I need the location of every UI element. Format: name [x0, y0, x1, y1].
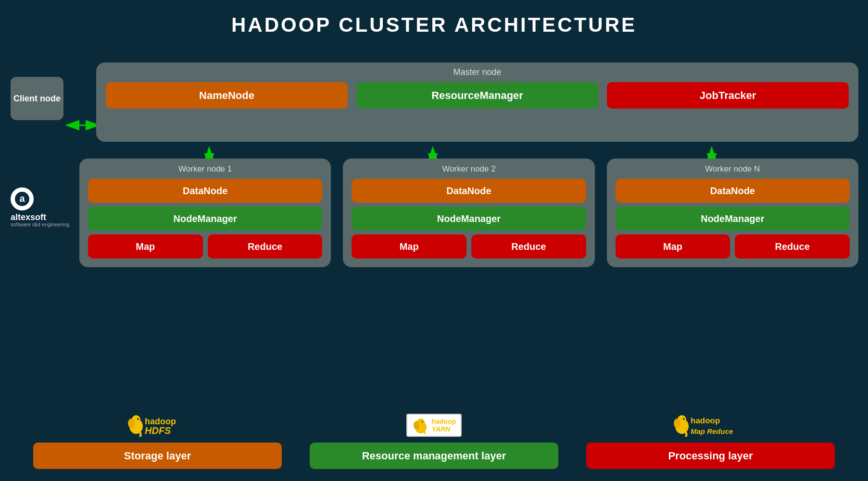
namenode-component: NameNode	[106, 82, 348, 109]
resource-management-layer-label: Resource management layer	[310, 443, 559, 469]
worker-n-map: Map	[616, 234, 730, 259]
worker-2-label: Worker node 2	[352, 164, 586, 174]
worker-2-reduce: Reduce	[471, 234, 586, 259]
worker-2-nodemanager: NodeManager	[352, 207, 586, 231]
bottom-resource-col: hadoop YARN Resource management layer	[296, 414, 572, 469]
svg-point-17	[421, 421, 423, 423]
processing-layer-label: Processing layer	[586, 443, 835, 469]
worker-1-map: Map	[88, 234, 203, 259]
worker-n-datanode: DataNode	[616, 179, 850, 203]
svg-point-11	[137, 418, 139, 420]
svg-text:HDFS: HDFS	[145, 425, 171, 436]
worker-1-reduce: Reduce	[208, 234, 323, 259]
jobtracker-component: JobTracker	[607, 82, 849, 109]
worker-node-1: Worker node 1 DataNode NodeManager Map R…	[79, 159, 331, 267]
worker-node-2: Worker node 2 DataNode NodeManager Map R…	[343, 159, 594, 267]
page-title: HADOOP CLUSTER ARCHITECTURE	[0, 0, 868, 37]
svg-text:hadoop: hadoop	[691, 416, 720, 425]
worker-1-label: Worker node 1	[88, 164, 322, 174]
worker-1-mapreduce-row: Map Reduce	[88, 234, 322, 259]
worker-1-datanode: DataNode	[88, 179, 322, 203]
altexsoft-icon: a	[11, 187, 34, 210]
svg-point-16	[414, 421, 419, 430]
worker-1-nodemanager: NodeManager	[88, 207, 322, 231]
worker-2-datanode: DataNode	[352, 179, 586, 203]
worker-n-reduce: Reduce	[735, 234, 850, 259]
master-node-label: Master node	[106, 67, 849, 77]
hadoop-yarn-logo: hadoop YARN	[406, 414, 462, 437]
hadoop-hdfs-logo: hadoop HDFS	[126, 413, 189, 437]
client-node-label: Client node	[13, 94, 61, 104]
master-node: Master node NameNode ResourceManager Job…	[96, 62, 858, 142]
worker-2-mapreduce-row: Map Reduce	[352, 234, 586, 259]
svg-text:a: a	[19, 193, 25, 204]
master-components: NameNode ResourceManager JobTracker	[106, 82, 849, 109]
client-node: Client node	[11, 77, 63, 120]
svg-point-10	[128, 419, 135, 428]
bottom-section: hadoop HDFS Storage layer	[0, 392, 868, 481]
bottom-processing-col: hadoop Map Reduce Processing layer	[572, 413, 849, 469]
resourcemanager-component: ResourceManager	[356, 82, 598, 109]
altexsoft-sub: software r&d engineering	[11, 222, 69, 227]
worker-n-nodemanager: NodeManager	[616, 207, 850, 231]
hadoop-mapreduce-logo: hadoop Map Reduce	[672, 413, 749, 437]
worker-n-mapreduce-row: Map Reduce	[616, 234, 850, 259]
svg-text:hadoop: hadoop	[145, 417, 176, 426]
worker-2-map: Map	[352, 234, 466, 259]
bottom-storage-col: hadoop HDFS Storage layer	[19, 413, 296, 469]
svg-point-21	[683, 418, 685, 420]
worker-node-n: Worker node N DataNode NodeManager Map R…	[607, 159, 858, 267]
altexsoft-name: altexsoft	[11, 212, 69, 222]
workers-row: Worker node 1 DataNode NodeManager Map R…	[79, 159, 858, 267]
svg-point-20	[674, 419, 680, 428]
svg-text:Map Reduce: Map Reduce	[691, 427, 733, 435]
storage-layer-label: Storage layer	[33, 443, 282, 469]
altexsoft-logo: a altexsoft software r&d engineering	[11, 187, 69, 227]
diagram-area: Client node Master node NameNode Resourc…	[0, 48, 868, 481]
worker-n-label: Worker node N	[616, 164, 850, 174]
